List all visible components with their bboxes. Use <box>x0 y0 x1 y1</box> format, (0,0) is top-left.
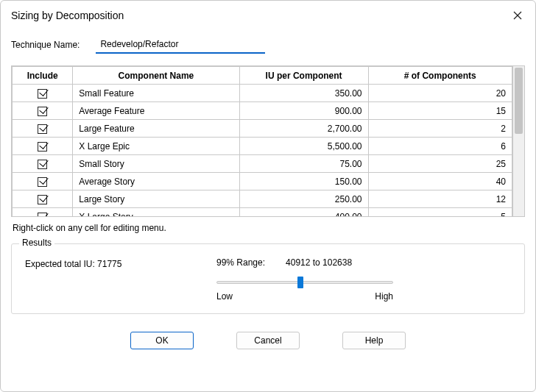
close-icon <box>513 11 522 20</box>
cell-iu-per-component[interactable]: 75.00 <box>239 155 368 173</box>
include-checkbox[interactable] <box>38 142 47 152</box>
cell-component-count[interactable]: 15 <box>368 102 512 120</box>
slider-track <box>216 281 393 284</box>
component-table-scroll: Include Component Name IU per Component … <box>12 66 512 216</box>
cancel-button[interactable]: Cancel <box>236 332 300 349</box>
button-row: OK Cancel Help <box>11 329 525 361</box>
ok-button[interactable]: OK <box>130 332 194 349</box>
cell-component-name[interactable]: Average Feature <box>73 102 239 120</box>
cell-component-count[interactable]: 40 <box>368 173 512 190</box>
cell-iu-per-component[interactable]: 150.00 <box>239 173 368 190</box>
cell-iu-per-component[interactable]: 2,700.00 <box>239 120 368 138</box>
slider-high-label: High <box>375 291 393 302</box>
cell-component-count[interactable]: 20 <box>368 85 512 102</box>
help-button[interactable]: Help <box>342 332 406 349</box>
table-scrollbar[interactable] <box>512 66 524 216</box>
technique-input[interactable] <box>96 36 265 54</box>
table-row: Large Story250.0012 <box>13 190 512 208</box>
technique-row: Technique Name: <box>11 36 525 54</box>
cell-component-name[interactable]: Small Story <box>73 155 239 173</box>
confidence-slider[interactable] <box>216 278 393 287</box>
results-group: Results Expected total IU: 71775 99% Ran… <box>11 243 525 314</box>
cell-include[interactable] <box>13 173 73 190</box>
header-include[interactable]: Include <box>13 67 73 85</box>
scrollbar-thumb[interactable] <box>515 68 523 134</box>
component-table: Include Component Name IU per Component … <box>12 66 512 216</box>
technique-label: Technique Name: <box>11 40 80 50</box>
include-checkbox[interactable] <box>38 107 47 116</box>
cell-iu-per-component[interactable]: 5,500.00 <box>239 138 368 155</box>
table-row: Average Feature900.0015 <box>13 102 512 120</box>
header-count[interactable]: # of Components <box>368 67 512 85</box>
slider-thumb[interactable] <box>297 277 303 288</box>
close-button[interactable] <box>510 8 525 23</box>
dialog-title: Sizing by Decomposition <box>11 10 124 21</box>
cell-component-name[interactable]: Small Feature <box>73 85 239 102</box>
dialog-body: Technique Name: Include Component Name I… <box>1 29 535 391</box>
cell-component-name[interactable]: X Large Epic <box>73 138 239 155</box>
cell-iu-per-component[interactable]: 350.00 <box>239 85 368 102</box>
expected-total: Expected total IU: 71775 <box>25 257 216 269</box>
cell-component-count[interactable]: 25 <box>368 155 512 173</box>
cell-include[interactable] <box>13 102 73 120</box>
cell-component-count[interactable]: 2 <box>368 120 512 138</box>
include-checkbox[interactable] <box>38 160 47 169</box>
table-row: Large Feature2,700.002 <box>13 120 512 138</box>
cell-include[interactable] <box>13 155 73 173</box>
header-name[interactable]: Component Name <box>73 67 239 85</box>
cell-component-name[interactable]: Large Story <box>73 190 239 208</box>
header-iu[interactable]: IU per Component <box>239 67 368 85</box>
slider-low-label: Low <box>216 291 233 302</box>
include-checkbox[interactable] <box>38 177 47 187</box>
cell-iu-per-component[interactable]: 900.00 <box>239 102 368 120</box>
include-checkbox[interactable] <box>38 213 47 216</box>
dialog-window: Sizing by Decomposition Technique Name: … <box>0 0 536 392</box>
cell-include[interactable] <box>13 208 73 217</box>
range-area: 99% Range: 40912 to 102638 Low High <box>216 257 511 302</box>
cell-include[interactable] <box>13 120 73 138</box>
cell-component-name[interactable]: Large Feature <box>73 120 239 138</box>
table-header-row: Include Component Name IU per Component … <box>13 67 512 85</box>
cell-component-name[interactable]: X Large Story <box>73 208 239 217</box>
table-row: Average Story150.0040 <box>13 173 512 190</box>
expected-label: Expected total IU: <box>25 259 95 269</box>
cell-component-count[interactable]: 6 <box>368 138 512 155</box>
cell-component-count[interactable]: 5 <box>368 208 512 217</box>
component-table-wrap: Include Component Name IU per Component … <box>11 65 525 217</box>
table-row: X Large Epic5,500.006 <box>13 138 512 155</box>
include-checkbox[interactable] <box>38 124 47 134</box>
cell-component-count[interactable]: 12 <box>368 190 512 208</box>
cell-include[interactable] <box>13 190 73 208</box>
cell-iu-per-component[interactable]: 250.00 <box>239 190 368 208</box>
results-legend: Results <box>19 238 54 248</box>
range-label: 99% Range: <box>216 257 265 268</box>
titlebar: Sizing by Decomposition <box>1 1 535 29</box>
slider-labels: Low High <box>216 291 393 302</box>
editing-hint: Right-click on any cell for editing menu… <box>13 223 523 233</box>
cell-component-name[interactable]: Average Story <box>73 173 239 190</box>
cell-include[interactable] <box>13 85 73 102</box>
cell-iu-per-component[interactable]: 400.00 <box>239 208 368 217</box>
table-row: Small Feature350.0020 <box>13 85 512 102</box>
range-value: 40912 to 102638 <box>286 257 352 268</box>
include-checkbox[interactable] <box>38 89 47 99</box>
table-row: X Large Story400.005 <box>13 208 512 217</box>
include-checkbox[interactable] <box>38 195 47 204</box>
cell-include[interactable] <box>13 138 73 155</box>
expected-value: 71775 <box>97 259 121 269</box>
table-row: Small Story75.0025 <box>13 155 512 173</box>
